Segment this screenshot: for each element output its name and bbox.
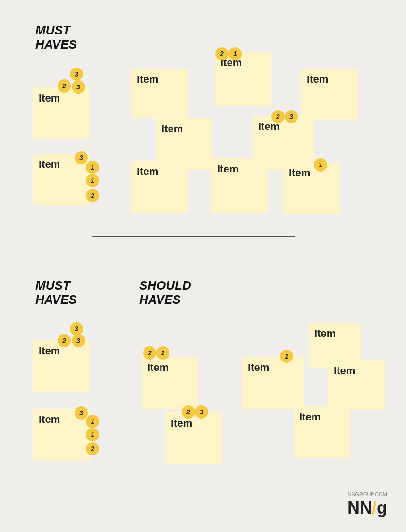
badge-b3-2: 2 (143, 346, 156, 360)
badge-b2-2: 2 (86, 442, 99, 455)
badge-t2-1b: 1 (86, 174, 99, 187)
logo-large: NN/g (347, 498, 387, 517)
card-bot-3: Item (142, 357, 198, 409)
card-top-9: Item (211, 158, 268, 213)
card-top-10: Item (283, 162, 340, 214)
logo-area: NNGROUP.COM NN/g (347, 491, 387, 518)
badge-t10-1: 1 (314, 158, 327, 172)
card-top-1: Item (33, 87, 90, 139)
badge-t2-2: 2 (86, 189, 99, 202)
badge-t1-3b: 3 (72, 80, 85, 94)
card-bot-8: Item (294, 406, 350, 458)
badge-b1-3b: 3 (72, 334, 85, 347)
badge-t4-1: 1 (228, 47, 242, 60)
badge-t4-2: 2 (215, 47, 228, 60)
badge-t1-2: 2 (58, 79, 71, 93)
badge-b4-3: 3 (195, 405, 208, 419)
badge-b3-1: 1 (156, 346, 169, 360)
badge-t2-1: 1 (86, 161, 99, 174)
card-top-3: Item (131, 69, 188, 118)
badge-b1-2: 2 (58, 334, 71, 347)
card-bot-4: Item (165, 412, 222, 464)
badge-b1-3: 3 (70, 322, 83, 335)
bottom-should-haves-heading: SHOULD HAVES (139, 279, 191, 307)
page-container: MUST HAVES Item 3 2 3 Item 3 1 1 2 Item … (0, 0, 406, 532)
badge-b2-1: 1 (86, 415, 99, 428)
card-top-8: Item (131, 161, 188, 213)
bottom-must-haves-heading: MUST HAVES (35, 279, 77, 307)
badge-b2-3: 3 (75, 406, 88, 420)
badge-t7-3: 3 (285, 110, 298, 123)
card-bot-6: Item (242, 357, 304, 409)
section-divider (92, 236, 295, 237)
badge-t7-2: 2 (271, 110, 285, 123)
badge-b6-1: 1 (280, 350, 293, 363)
top-must-haves-heading: MUST HAVES (35, 24, 77, 52)
card-bot-7: Item (328, 360, 385, 410)
badge-t1-3: 3 (70, 68, 83, 81)
badge-b2-1b: 1 (86, 428, 99, 441)
card-top-5: Item (301, 69, 358, 120)
badge-b4-2: 2 (182, 405, 195, 419)
card-bot-1: Item (33, 340, 90, 392)
badge-t2-3: 3 (75, 151, 88, 164)
